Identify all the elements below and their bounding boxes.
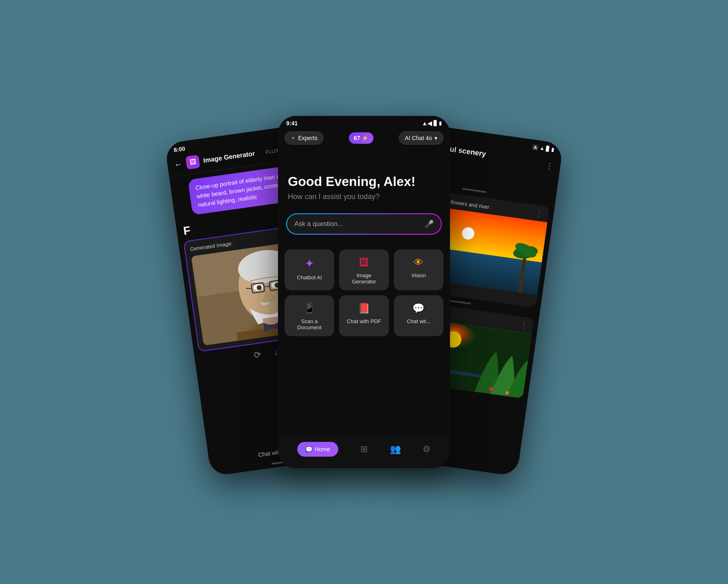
left-header-title: Image Generator xyxy=(203,150,255,165)
home-nav-button[interactable]: 💬 Home xyxy=(297,442,338,457)
settings-icon: ⚙ xyxy=(423,444,431,455)
back-button[interactable]: ← xyxy=(174,159,183,170)
chat-wit-label: Chat wit... xyxy=(407,318,430,324)
vision-button[interactable]: 👁 Vision xyxy=(394,249,443,290)
app-icon: 🖼 xyxy=(185,155,200,170)
status-time-left: 8:00 xyxy=(173,145,185,153)
search-bar-wrapper[interactable]: Ask a question... 🎤 xyxy=(286,213,442,235)
feature-grid: ✦ Chatbot AI 🖼 Image Generator 👁 Vision xyxy=(278,249,450,290)
wifi-icon: ▲◀ xyxy=(422,120,432,127)
greeting-section: Good Evening, Alex! How can I assist you… xyxy=(278,149,450,213)
signal-icon-right: ▊ xyxy=(546,146,550,152)
credits-value: 67 xyxy=(354,135,360,141)
greeting-title: Good Evening, Alex! xyxy=(288,174,440,189)
save-icon: ⊞ xyxy=(360,444,368,455)
save-nav-button[interactable]: ⊞ xyxy=(360,444,368,455)
signal-icon: ▊ xyxy=(434,120,437,126)
scan-icon: 📱 xyxy=(303,303,316,314)
chatbot-icon: ✦ xyxy=(305,257,314,270)
wifi-icon-right: ▲ xyxy=(539,145,545,152)
greeting-subtitle: How can I assist you today? xyxy=(288,192,440,201)
more-button-right[interactable]: ⋮ xyxy=(545,161,554,172)
chatbot-label: Chatbot AI xyxy=(297,274,322,281)
credits-badge[interactable]: 67 ⚡ xyxy=(349,132,374,144)
chat-wit-button[interactable]: 💬 Chat wit... xyxy=(394,295,443,336)
pdf-icon: 📕 xyxy=(358,303,370,314)
community-icon: 👥 xyxy=(390,444,401,455)
home-icon: 💬 xyxy=(305,446,312,453)
chat-pdf-label: Chat with PDF xyxy=(347,318,381,324)
search-bar-inner: Ask a question... 🎤 xyxy=(287,214,441,234)
mic-icon[interactable]: 🎤 xyxy=(425,220,434,229)
experts-button[interactable]: ✦ Experts xyxy=(285,131,323,145)
scan-document-button[interactable]: 📱 Scan a Document xyxy=(285,295,334,336)
image-gen-label: Image Generator xyxy=(344,272,384,285)
status-bar-center: 9:41 ▲◀ ▊ ▮ xyxy=(278,116,450,128)
feature-grid-2: 📱 Scan a Document 📕 Chat with PDF 💬 Chat… xyxy=(278,295,450,336)
vision-icon: 👁 xyxy=(414,257,423,268)
image-generator-button[interactable]: 🖼 Image Generator xyxy=(339,249,389,290)
battery-icon: ▮ xyxy=(439,120,442,126)
settings-nav-button[interactable]: ⚙ xyxy=(423,444,431,455)
card2-more-button[interactable]: ⋮ xyxy=(519,321,528,330)
community-nav-button[interactable]: 👥 xyxy=(390,444,401,455)
experts-label: Experts xyxy=(298,135,317,141)
status-time-center: 9:41 xyxy=(286,120,298,127)
center-header: ✦ Experts 67 ⚡ AI Chat 4o ▾ xyxy=(278,128,450,149)
chevron-down-icon: ▾ xyxy=(434,135,437,141)
card1-more-button[interactable]: ⋮ xyxy=(535,209,543,219)
vision-label: Vision xyxy=(411,272,426,278)
scan-label: Scan a Document xyxy=(289,318,329,330)
chat-wit-icon: 💬 xyxy=(412,303,425,314)
share-button[interactable]: ⟳ xyxy=(253,349,262,360)
center-phone: 9:41 ▲◀ ▊ ▮ ✦ Experts 67 ⚡ AI Chat 4o ▾ xyxy=(278,116,450,468)
bottom-nav: 💬 Home ⊞ 👥 ⚙ xyxy=(278,436,450,468)
chatbot-ai-button[interactable]: ✦ Chatbot AI xyxy=(285,249,334,290)
sparkle-icon: ✦ xyxy=(291,135,296,141)
chat-pdf-button[interactable]: 📕 Chat with PDF xyxy=(339,295,389,336)
lightning-icon: ⚡ xyxy=(362,135,369,141)
search-input[interactable]: Ask a question... xyxy=(294,220,421,228)
model-label: AI Chat 4o xyxy=(405,135,432,141)
image-gen-icon: 🖼 xyxy=(359,257,369,268)
battery-icon-right: ▮ xyxy=(551,147,555,153)
model-selector[interactable]: AI Chat 4o ▾ xyxy=(399,131,443,145)
divider-top xyxy=(462,188,486,193)
home-label: Home xyxy=(315,446,330,453)
a-icon-right: A xyxy=(532,144,539,151)
